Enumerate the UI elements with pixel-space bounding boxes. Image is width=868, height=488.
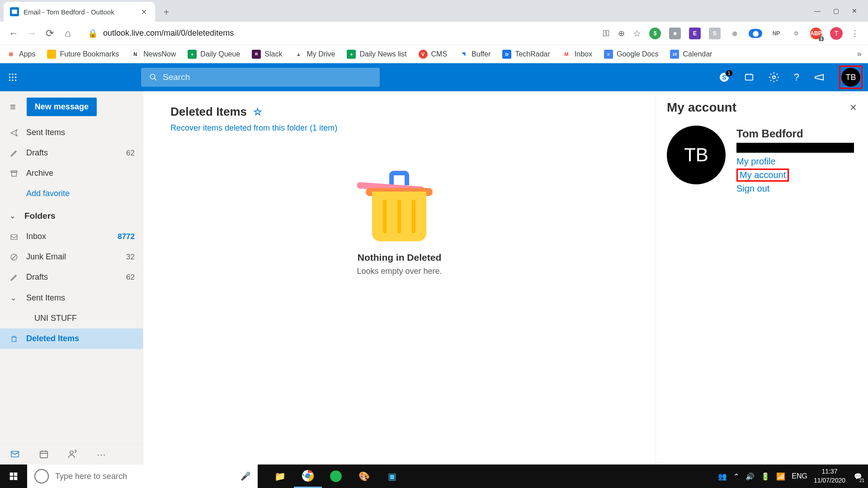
help-icon[interactable]: ?: [794, 71, 799, 83]
bookmark-slack[interactable]: ⌗Slack: [252, 50, 282, 59]
bookmarks-bar: ▦Apps Future Bookmarks NNewsNow +Daily Q…: [0, 45, 868, 63]
sidebar-item-drafts[interactable]: Drafts 62: [0, 143, 143, 163]
bookmark-calendar[interactable]: 10Calendar: [670, 50, 712, 59]
tray-chevron-icon[interactable]: ⌃: [733, 472, 739, 481]
svg-point-7: [9, 80, 10, 81]
new-message-button[interactable]: New message: [27, 98, 97, 116]
bookmark-buffer[interactable]: ◥Buffer: [459, 50, 491, 59]
folder-inbox[interactable]: Inbox 8772: [0, 226, 143, 247]
megaphone-icon[interactable]: [814, 72, 825, 83]
ext-icon-1[interactable]: $: [649, 28, 661, 39]
user-avatar-large: TB: [667, 126, 726, 184]
taskbar-paint[interactable]: 🎨: [350, 465, 378, 488]
bookmark-docs[interactable]: ≡Google Docs: [604, 50, 659, 59]
taskbar-chrome[interactable]: [294, 465, 322, 488]
forward-button[interactable]: →: [23, 24, 41, 42]
minimize-icon[interactable]: —: [814, 7, 821, 14]
bookmark-apps[interactable]: ▦Apps: [6, 50, 35, 59]
close-panel-icon[interactable]: ✕: [849, 102, 857, 113]
search-input[interactable]: [163, 72, 372, 82]
taskbar-explorer[interactable]: 📁: [266, 465, 294, 488]
user-name: Tom Bedford: [736, 127, 857, 140]
browser-actions: ⚿ ⊕ ☆ $ ■ E S ◎ ⬤ NP ⚙ ABP3 T ⋮: [603, 27, 863, 40]
ext-icon-3[interactable]: E: [689, 28, 701, 39]
close-tab-icon[interactable]: ✕: [139, 8, 149, 16]
recover-link[interactable]: Recover items deleted from this folder (…: [170, 123, 628, 133]
start-button[interactable]: [0, 465, 27, 488]
home-button[interactable]: ⌂: [59, 24, 77, 42]
hamburger-icon[interactable]: ≡: [5, 101, 20, 113]
teams-icon[interactable]: [744, 72, 754, 82]
bookmark-inbox[interactable]: MInbox: [562, 50, 592, 59]
sidebar-item-sent[interactable]: Sent Items: [0, 122, 143, 143]
chrome-menu-icon[interactable]: ⋮: [851, 28, 859, 38]
browser-tab[interactable]: Email - Tom Bedford - Outlook ✕: [4, 2, 155, 22]
reload-button[interactable]: ⟳: [41, 24, 59, 42]
svg-rect-20: [11, 451, 19, 457]
search-box[interactable]: [141, 68, 380, 87]
maximize-icon[interactable]: ▢: [833, 7, 839, 14]
bookmark-techradar[interactable]: trTechRadar: [502, 50, 550, 59]
folders-header[interactable]: ⌄ Folders: [0, 204, 143, 226]
adblock-icon[interactable]: ABP3: [810, 28, 822, 39]
taskbar-search[interactable]: Type here to search 🎤: [27, 465, 258, 488]
bookmark-daily-queue[interactable]: +Daily Queue: [188, 50, 240, 59]
ext-icon-6[interactable]: ⬤: [749, 29, 762, 38]
taskbar-app-5[interactable]: ▣: [378, 465, 406, 488]
folder-drafts[interactable]: Drafts 62: [0, 267, 143, 287]
profile-avatar-icon[interactable]: T: [830, 27, 843, 40]
add-favorite-link[interactable]: Add favorite: [0, 183, 143, 204]
favorite-star-icon[interactable]: ☆: [253, 106, 262, 118]
bookmark-news-list[interactable]: +Daily News list: [347, 50, 406, 59]
action-center-icon[interactable]: 💬21: [852, 470, 863, 482]
main-header: Deleted Items ☆ Recover items deleted fr…: [170, 105, 628, 133]
svg-rect-29: [14, 477, 18, 480]
folder-junk[interactable]: Junk Email 32: [0, 247, 143, 267]
close-window-icon[interactable]: ✕: [852, 7, 857, 14]
more-modules-icon[interactable]: ⋯: [97, 449, 106, 460]
mail-module-icon[interactable]: [10, 449, 20, 460]
bookmark-cms[interactable]: VCMS: [419, 50, 448, 59]
my-account-link[interactable]: My account: [736, 169, 789, 182]
ext-icon-5[interactable]: ◎: [729, 28, 741, 39]
folder-deleted-items[interactable]: Deleted Items: [0, 328, 143, 349]
sidebar: ≡ New message Sent Items Drafts 62 Archi…: [0, 91, 143, 465]
wifi-icon[interactable]: 📶: [776, 472, 785, 481]
key-icon[interactable]: ⚿: [603, 29, 610, 38]
bookmark-newsnow[interactable]: NNewsNow: [131, 50, 176, 59]
app-launcher-icon[interactable]: [8, 73, 28, 82]
skype-icon[interactable]: S 1: [719, 72, 730, 83]
battery-icon[interactable]: 🔋: [761, 472, 770, 481]
taskbar-spotify[interactable]: [322, 465, 350, 488]
sign-out-link[interactable]: Sign out: [736, 183, 857, 194]
svg-rect-21: [40, 451, 48, 458]
people-module-icon[interactable]: [68, 449, 78, 460]
clock[interactable]: 11:37 11/07/2020: [814, 467, 845, 485]
sidebar-item-archive[interactable]: Archive: [0, 163, 143, 183]
bookmark-drive[interactable]: ▲My Drive: [294, 50, 335, 59]
mic-icon[interactable]: 🎤: [241, 471, 250, 481]
language-indicator[interactable]: ENG: [792, 472, 807, 480]
send-icon: [10, 129, 26, 137]
bookmark-future[interactable]: Future Bookmarks: [47, 50, 119, 59]
svg-rect-28: [10, 477, 14, 480]
ext-icon-7[interactable]: NP: [770, 28, 782, 39]
account-avatar[interactable]: TB: [841, 68, 860, 87]
folder-uni-stuff[interactable]: UNI STUFF: [0, 308, 143, 328]
ext-icon-4[interactable]: S: [709, 28, 721, 39]
back-button[interactable]: ←: [5, 24, 23, 42]
system-tray: 👥 ⌃ 🔊 🔋 📶 ENG 11:37 11/07/2020 💬21: [718, 467, 868, 485]
people-tray-icon[interactable]: 👥: [718, 472, 727, 481]
volume-icon[interactable]: 🔊: [745, 472, 755, 481]
new-tab-button[interactable]: +: [159, 5, 174, 20]
bookmark-star-icon[interactable]: ☆: [633, 28, 641, 39]
address-bar[interactable]: 🔒 outlook.live.com/mail/0/deleteditems: [81, 25, 598, 42]
add-icon[interactable]: ⊕: [618, 28, 625, 38]
ext-gear-icon[interactable]: ⚙: [790, 28, 802, 39]
bookmarks-overflow-icon[interactable]: »: [857, 49, 862, 59]
ext-icon-2[interactable]: ■: [669, 28, 681, 39]
folder-sent-items[interactable]: ⌄ Sent Items: [0, 287, 143, 308]
calendar-module-icon[interactable]: [39, 449, 49, 460]
my-profile-link[interactable]: My profile: [736, 156, 857, 167]
settings-icon[interactable]: [769, 72, 779, 83]
